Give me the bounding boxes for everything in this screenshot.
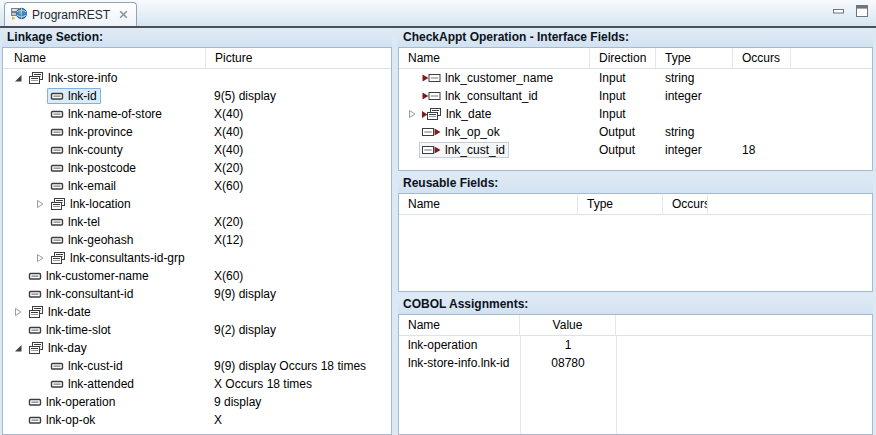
twisty-expanded-icon[interactable] [11,343,25,353]
linkage-tree-row[interactable]: lnk-consultants-id-grp [3,249,391,267]
picture-cell: X Occurs 18 times [206,377,391,391]
minimize-view-icon[interactable] [833,9,844,14]
column-header-name[interactable]: Name [399,194,578,214]
linkage-tree-row[interactable]: lnk-geohashX(12) [3,231,391,249]
linkage-tree-row[interactable]: lnk-countyX(40) [3,141,391,159]
linkage-tree-row[interactable]: lnk-postcodeX(20) [3,159,391,177]
linkage-tree-row[interactable]: lnk-attendedX Occurs 18 times [3,375,391,393]
item-box: lnk_consultant_id [419,88,542,104]
data-item-icon [50,126,64,138]
interface-field-row[interactable]: lnk_op_okOutputstring [399,123,872,141]
item-box: lnk-geohash [47,232,137,248]
item-label: lnk_consultant_id [445,89,538,103]
tab-close-icon[interactable] [119,10,128,19]
selected-item-box: lnk-id [47,88,101,104]
data-item-icon [28,414,42,426]
tab-title: ProgramREST [32,8,110,22]
linkage-tree-table: Name Picture lnk-store-infolnk-id9(5) di… [2,47,392,435]
type-cell: string [656,125,733,139]
linkage-tree-row[interactable]: lnk-id9(5) display [3,87,391,105]
name-cell: lnk-consultants-id-grp [3,249,206,267]
linkage-tree-row[interactable]: lnk-op-okX [3,411,391,429]
column-header-name[interactable]: Name [3,48,206,68]
name-cell: lnk-email [3,177,206,195]
linkage-tree-row[interactable]: lnk-store-info [3,69,391,87]
indent-spacer [3,240,33,241]
column-header-picture[interactable]: Picture [206,48,391,68]
linkage-tree-row[interactable]: lnk-name-of-storeX(40) [3,105,391,123]
twisty-collapsed-icon[interactable] [405,109,419,119]
column-header-type[interactable]: Type [578,194,663,214]
indent-spacer [3,420,11,421]
data-item-icon [50,180,64,192]
indent-spacer [3,330,11,331]
interface-field-row[interactable]: lnk_customer_nameInputstring [399,69,872,87]
item-box: lnk-county [47,142,127,158]
linkage-tree-row[interactable]: lnk-date [3,303,391,321]
linkage-tree-row[interactable]: lnk-location [3,195,391,213]
twisty-collapsed-icon[interactable] [33,253,47,263]
data-item-icon [50,360,64,372]
column-header-filler [791,48,872,68]
interface-field-row[interactable]: lnk_consultant_idInputinteger [399,87,872,105]
interface-field-row[interactable]: lnk_cust_idOutputinteger18 [399,141,872,159]
name-cell: lnk-cust-id [3,357,206,375]
column-header-direction[interactable]: Direction [590,48,656,68]
name-cell: lnk-name-of-store [3,105,206,123]
linkage-tree-row[interactable]: lnk-telX(20) [3,213,391,231]
linkage-tree-row[interactable]: lnk-day [3,339,391,357]
item-box: lnk_date [419,106,495,122]
item-box: lnk-cust-id [47,358,127,374]
picture-cell: 9(9) display [206,287,391,301]
item-box: lnk-consultants-id-grp [47,250,189,266]
item-label: lnk-operation [46,395,115,409]
item-label: lnk_op_ok [445,125,500,139]
linkage-tree-row[interactable]: lnk-consultant-id9(9) display [3,285,391,303]
name-cell: lnk-date [3,303,206,321]
item-label: lnk-county [68,143,123,157]
twisty-collapsed-icon[interactable] [33,199,47,209]
linkage-tree-row[interactable]: lnk-operation9 display [3,393,391,411]
twisty-collapsed-icon[interactable] [11,307,25,317]
linkage-tree-row[interactable]: lnk-cust-id9(9) display Occurs 18 times [3,357,391,375]
linkage-tree-row[interactable]: lnk-customer-nameX(60) [3,267,391,285]
name-cell: lnk-county [3,141,206,159]
reusable-fields-header: Name Type Occurs [399,194,872,215]
name-cell: lnk-operation [399,338,520,352]
cobol-assignment-row[interactable]: lnk-operation1 [399,336,872,354]
column-header-occurs[interactable]: Occurs [663,194,708,214]
cobol-assignment-row[interactable]: lnk-store-info.lnk-id08780 [399,354,872,372]
type-cell: integer [656,143,733,157]
indent-spacer [3,132,33,133]
twisty-expanded-icon[interactable] [11,73,25,83]
name-cell: lnk_cust_id [399,141,590,159]
linkage-tree-row[interactable]: lnk-time-slot9(2) display [3,321,391,339]
item-box: lnk-customer-name [25,268,153,284]
cobol-assignments-table: Name Value lnk-operation1lnk-store-info.… [398,314,873,435]
column-header-name[interactable]: Name [399,48,590,68]
linkage-tree-row[interactable]: lnk-provinceX(40) [3,123,391,141]
item-label: lnk-time-slot [46,323,111,337]
column-header-name[interactable]: Name [399,315,520,335]
item-box: lnk-date [25,304,95,320]
column-header-occurs[interactable]: Occurs [733,48,791,68]
indent-spacer [3,96,33,97]
column-header-type[interactable]: Type [656,48,733,68]
indent-spacer [3,78,11,79]
indent-spacer [399,132,405,133]
linkage-tree-row[interactable]: lnk-emailX(60) [3,177,391,195]
maximize-view-icon[interactable] [856,5,868,17]
tab-programrest[interactable]: ProgramREST [4,2,137,26]
picture-cell: X(40) [206,143,391,157]
name-cell: lnk-location [3,195,206,213]
item-label: lnk-postcode [68,161,136,175]
interface-field-row[interactable]: lnk_dateInput [399,105,872,123]
group-item-icon [28,306,44,319]
indent-spacer [3,294,11,295]
value-cell: 08780 [520,356,616,370]
data-item-icon [28,396,42,408]
name-cell: lnk-consultant-id [3,285,206,303]
type-cell: integer [656,89,733,103]
indent-spacer [3,312,11,313]
column-header-value[interactable]: Value [520,315,616,335]
